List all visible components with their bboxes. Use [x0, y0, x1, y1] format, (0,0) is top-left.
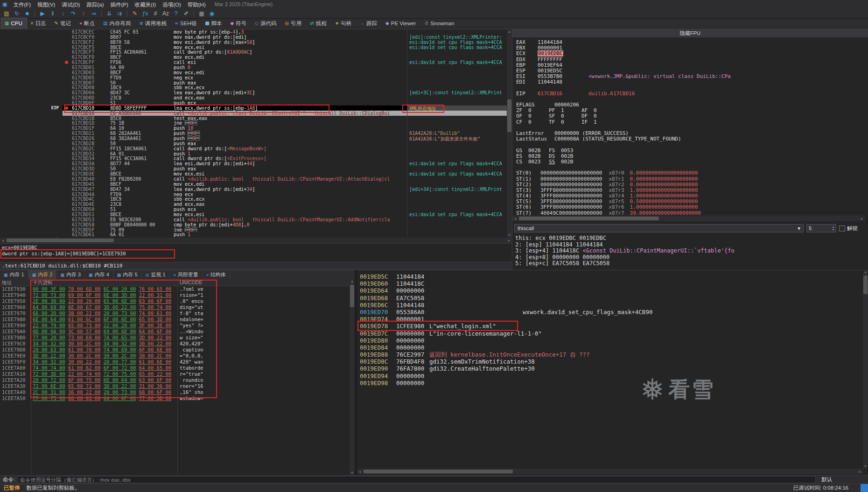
breakpoint-column[interactable]	[63, 40, 72, 45]
disasm-row[interactable]: 617CBD5051push ecx	[0, 207, 512, 212]
disasm-row[interactable]: 617CBCF08B07mov eax,dword ptr ds:[edi][e…	[0, 35, 512, 40]
help-icon[interactable]: ?	[171, 9, 181, 18]
register-value[interactable]: 0553B7B0	[538, 73, 562, 79]
comment-icon[interactable]: #	[151, 9, 160, 18]
tab-symbols[interactable]: ◆符号	[227, 18, 252, 29]
stack-row[interactable]: 0019ED9800000000	[357, 380, 868, 387]
disasm-row[interactable]: 617CBD5880BF D8040000 00cmp byte ptr ds:…	[0, 222, 512, 227]
flag-value[interactable]: 0	[561, 119, 581, 125]
scroll-up-icon[interactable]: ▲	[863, 270, 868, 274]
disasm-row[interactable]: 617CBD34FF15 4CC3A061call dword ptr ds:[…	[0, 156, 512, 161]
breakpoint-column[interactable]	[63, 222, 72, 227]
register-value[interactable]: 11044148	[538, 79, 562, 85]
functions-icon[interactable]: ƒx	[140, 9, 150, 18]
scroll-left-icon[interactable]: ◂	[512, 217, 518, 221]
scroll-left-icon[interactable]: ◂	[357, 470, 363, 474]
register-value[interactable]: C000008A (STATUS_RESOURCE_TYPE_NOT_FOUND…	[554, 136, 681, 142]
stack-row[interactable]: 0019ED7400000001	[357, 316, 868, 323]
fpu-hex-value[interactable]: 00000000000000000000	[540, 182, 602, 188]
flag-value[interactable]: 0	[594, 113, 614, 119]
breakpoint-column[interactable]	[63, 156, 72, 161]
disasm-row[interactable]: 617CBD2668 382AA461push 061A42A38:L"加载…	[0, 136, 512, 141]
fpu-hex-value[interactable]: 40049C00000000000000	[540, 210, 602, 216]
disasm-row[interactable]: 617CBD3A8D77 44lea esi,dword ptr ds:[edi…	[0, 161, 512, 166]
breakpoint-column[interactable]	[63, 141, 72, 146]
open-file-icon[interactable]: ▨	[2, 9, 11, 18]
breakpoint-column[interactable]	[63, 182, 72, 187]
breakpoint-dot[interactable]	[65, 106, 68, 110]
scroll-thumb[interactable]	[519, 217, 659, 220]
fpu-hex-value[interactable]: 3FFF8000000000000000	[540, 187, 602, 193]
stack-row[interactable]: 0019ED70055386A0wxwork.dav1d_set_cpu_fla…	[357, 309, 868, 316]
scroll-thumb[interactable]	[507, 99, 511, 132]
disassembly-pane[interactable]: 617CBCECC645 FC 03mov byte ptr ss:[ebp-4…	[0, 29, 512, 238]
disasm-row[interactable]: 617CBD40E8 FB2B0200call <duilib.public: …	[0, 176, 512, 182]
animate-into-icon[interactable]: ⇊	[105, 9, 114, 18]
breakpoint-column[interactable]	[63, 45, 72, 50]
flag-value[interactable]: 002B	[561, 159, 581, 165]
checkbox-box[interactable]	[839, 225, 845, 232]
breakpoint-column[interactable]	[63, 192, 72, 197]
stack-row[interactable]: 0019ED8400000000	[357, 344, 868, 351]
stack-row[interactable]: 0019ED8876CE2997返回到 kernelbase.InitOnceE…	[357, 351, 868, 358]
dump-vscrollbar[interactable]: ▲ ▼	[350, 279, 355, 475]
disasm-row[interactable]: 617CBD4C1BC9sbb ecx,ecx	[0, 197, 512, 202]
disasm-row[interactable]: 617CBD16E8 A5BB0100call <duilib.public: …	[0, 111, 512, 116]
stack-row[interactable]: 0019ED9400000000	[357, 373, 868, 380]
scroll-down-icon[interactable]: ▼	[507, 233, 512, 238]
step-out-icon[interactable]: ↑	[79, 9, 88, 18]
breakpoint-column[interactable]	[63, 126, 72, 131]
tab-cpu[interactable]: ▦CPU	[1, 18, 27, 29]
fpu-hex-value[interactable]: 3FFF8000000000000000	[540, 204, 602, 210]
tab-pe-viewer[interactable]: ◆PE Viewer	[382, 18, 420, 29]
disasm-row[interactable]: EIP617CBD108D8D 58FEFFFFlea ecx,dword pt…	[0, 105, 512, 111]
disasm-row[interactable]: 617CBD081BC9sbb ecx,ecx	[0, 85, 512, 90]
disasm-row[interactable]: 617CBD0750push eax	[0, 80, 512, 85]
tab-dump-5[interactable]: ▦内存 5	[113, 270, 142, 279]
calling-convention-select[interactable]: thiscall ▾	[514, 224, 804, 232]
breakpoint-column[interactable]	[63, 85, 72, 90]
scroll-right-icon[interactable]: ▸	[859, 217, 865, 221]
menu-item-4[interactable]: 插件(P)	[107, 1, 131, 8]
stop-icon[interactable]: ■	[22, 9, 32, 18]
disasm-row[interactable]: 617CBCF58BCEmov ecx,esiesi:dav1d_set_cpu…	[0, 45, 512, 50]
breakpoint-column[interactable]	[63, 49, 72, 55]
breakpoint-column[interactable]	[63, 70, 72, 75]
scroll-thumb[interactable]	[350, 285, 354, 307]
disasm-row[interactable]: 617CBD1F6A 10push 10	[0, 126, 512, 131]
register-value[interactable]: 11044184	[538, 39, 562, 45]
breakpoint-column[interactable]	[63, 95, 72, 100]
disasm-row[interactable]: 617CBCFFFFD6call esiesi:dav1d_set_cpu_fl…	[0, 60, 512, 65]
tab-references[interactable]: ◎引用	[281, 18, 307, 29]
fpu-hex-value[interactable]: 3FFF8000000000000000	[540, 193, 602, 199]
breakpoint-column[interactable]	[63, 90, 72, 95]
register-value[interactable]: 617CBD16	[538, 91, 562, 97]
register-value[interactable]: FFFFFFFF	[538, 56, 562, 63]
breakpoint-column[interactable]	[63, 187, 72, 192]
tab-threads[interactable]: ⇄线程	[306, 18, 331, 29]
disasm-row[interactable]: 617CBD518BCEmov ecx,esiesi:dav1d_set_cpu…	[0, 212, 512, 217]
breakpoint-column[interactable]	[63, 116, 72, 121]
menu-item-0[interactable]: 文件(F)	[10, 1, 34, 8]
breakpoint-column[interactable]	[63, 55, 72, 60]
breakpoint-column[interactable]	[63, 217, 72, 222]
breakpoint-column[interactable]	[63, 111, 72, 116]
fpu-hex-value[interactable]: 3FFE8000000000000000	[540, 198, 602, 204]
breakpoint-column[interactable]	[63, 75, 72, 80]
disassembly-hscrollbar[interactable]: ◂ ▸	[0, 238, 512, 243]
scroll-down-icon[interactable]: ▼	[863, 464, 868, 469]
flag-value[interactable]: 0	[561, 113, 581, 119]
disasm-row[interactable]: 617CBD038BCFmov ecx,edi	[0, 70, 512, 75]
stack-hscrollbar[interactable]: ◂ ▸	[357, 469, 863, 474]
registers-pane[interactable]: 隐藏FPU EAX11044184EBX00000001ECX0019EDBCE…	[512, 29, 868, 270]
patch-icon[interactable]: ✎	[130, 9, 140, 18]
disasm-row[interactable]: 617CBCFD8BCFmov ecx,edi	[0, 55, 512, 60]
registers-hscrollbar[interactable]: ◂ ▸	[512, 216, 865, 221]
step-into-icon[interactable]: ↓	[58, 9, 68, 18]
flag-value[interactable]: 0	[528, 113, 549, 119]
disasm-row[interactable]: 617CBD1B85C0test eax,eax	[0, 116, 512, 121]
register-value[interactable]: 00000206	[554, 102, 579, 108]
breakpoint-column[interactable]	[63, 35, 72, 40]
disasm-row[interactable]: 617CBD616A 01push 1	[0, 232, 512, 237]
breakpoint-column[interactable]	[63, 197, 72, 202]
